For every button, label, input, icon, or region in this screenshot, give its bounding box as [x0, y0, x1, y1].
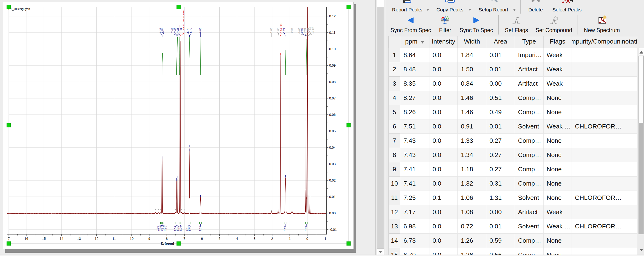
svg-text:6.73: 6.73	[186, 28, 189, 33]
svg-text:0.69: 0.69	[284, 226, 286, 231]
svg-text:f1 (ppm): f1 (ppm)	[161, 242, 174, 245]
svg-text:1.54 H2O: 1.54 H2O	[280, 22, 282, 33]
svg-text:2: 2	[271, 237, 273, 241]
svg-text:3: 3	[254, 237, 256, 241]
svg-text:8: 8	[166, 237, 168, 241]
svg-text:1.26: 1.26	[179, 226, 182, 231]
svg-text:-0.02: -0.02	[312, 27, 314, 33]
svg-text:0.00: 0.00	[329, 211, 336, 215]
svg-text:0.07: 0.07	[329, 96, 336, 100]
svg-text:13: 13	[77, 237, 81, 241]
svg-text:0.03: 0.03	[329, 162, 336, 166]
svg-text:1: 1	[289, 237, 291, 241]
svg-text:0.06: 0.06	[329, 113, 336, 117]
svg-text:1.11: 1.11	[189, 226, 192, 231]
svg-text:0.36: 0.36	[159, 226, 162, 231]
svg-text:-0.01: -0.01	[309, 27, 312, 33]
svg-text:7.25 CHLOROFORM-D: 7.25 CHLOROFORM-D	[182, 9, 185, 33]
svg-text:0.36: 0.36	[156, 226, 159, 231]
svg-text:7.43: 7.43	[174, 28, 177, 33]
svg-text:-1: -1	[324, 237, 326, 241]
svg-text:0.61: 0.61	[164, 226, 168, 231]
svg-text:0.08: 0.08	[329, 80, 336, 84]
svg-text:7.41: 7.41	[177, 28, 180, 33]
svg-text:2.03: 2.03	[270, 28, 273, 33]
svg-text:0.09: 0.09	[329, 63, 336, 67]
svg-text:0.02: 0.02	[329, 178, 336, 182]
svg-text:7.43: 7.43	[171, 28, 174, 33]
svg-text:10: 10	[130, 237, 134, 241]
svg-text:0.12: 0.12	[329, 14, 336, 18]
svg-text:0.04: 0.04	[329, 146, 336, 149]
svg-text:8.27: 8.27	[159, 28, 162, 33]
svg-text:0.11: 0.11	[329, 31, 335, 34]
svg-text:6.70: 6.70	[189, 28, 192, 33]
svg-text:9: 9	[148, 237, 150, 241]
svg-text:7.41: 7.41	[179, 28, 182, 33]
svg-text:4: 4	[236, 237, 238, 241]
svg-text:8.26: 8.26	[162, 28, 164, 33]
svg-text:5: 5	[219, 237, 220, 241]
svg-text:0.87: 0.87	[290, 28, 293, 33]
svg-text:0.99: 0.99	[304, 226, 308, 231]
svg-text:1.19: 1.19	[199, 226, 202, 231]
svg-text:7: 7	[8, 237, 10, 241]
svg-text:0.05: 0.05	[303, 28, 306, 33]
svg-text:11: 11	[112, 237, 116, 241]
svg-text:6.08: 6.08	[199, 28, 202, 33]
svg-text:1.66: 1.66	[277, 28, 280, 33]
svg-text:0.05: 0.05	[329, 129, 336, 133]
svg-text:0.01: 0.01	[329, 195, 336, 199]
svg-text:0.61: 0.61	[162, 226, 165, 231]
svg-text:12: 12	[95, 237, 98, 241]
svg-text:6: 6	[201, 237, 203, 241]
svg-text:14: 14	[60, 237, 63, 241]
svg-text:E1_JulieNguyen: E1_JulieNguyen	[8, 7, 30, 11]
svg-text:16: 16	[24, 237, 28, 241]
svg-text:7: 7	[184, 237, 185, 241]
svg-text:1.24: 1.24	[283, 28, 286, 33]
svg-text:-0.01: -0.01	[329, 228, 337, 232]
svg-text:0.10: 0.10	[329, 47, 336, 51]
svg-text:0.06: 0.06	[300, 28, 303, 33]
svg-text:15: 15	[42, 237, 46, 241]
svg-text:0: 0	[306, 237, 308, 241]
